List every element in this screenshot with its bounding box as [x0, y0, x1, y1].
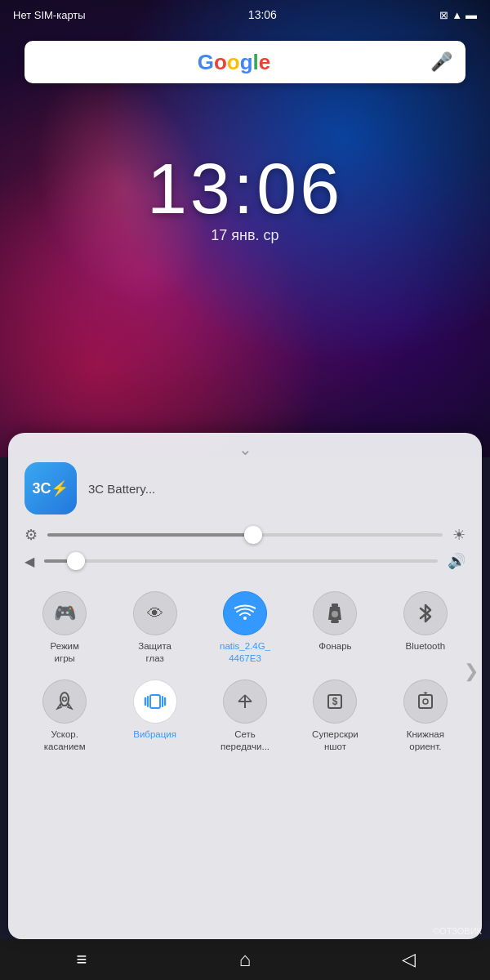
network-icon: [235, 692, 255, 711]
tile-screenshot-label: Суперскриншот: [312, 728, 359, 753]
tile-rocket-label: Ускор.касанием: [44, 728, 86, 753]
clock-time: 13:06: [0, 147, 490, 230]
bluetooth-icon: [417, 604, 434, 623]
svg-line-15: [245, 695, 252, 702]
tiles-row2: Ускор.касанием Вибрация: [20, 671, 470, 760]
brightness-fill: [47, 533, 253, 537]
google-logo: G o o g l e: [38, 50, 430, 75]
wifi-status-icon: ▲: [452, 9, 462, 21]
g-green: l: [253, 50, 259, 75]
tile-rocket-circle: [42, 679, 87, 724]
volume-row: ◀ 🔊: [8, 552, 482, 570]
tile-game-mode[interactable]: 🎮 Режимигры: [20, 583, 109, 671]
app-icon-text: 3C⚡: [32, 479, 69, 497]
svg-point-6: [63, 697, 67, 701]
status-no-sim: Нет SIM-карты: [13, 9, 86, 21]
nav-menu-button[interactable]: ≡: [57, 943, 106, 976]
drag-handle[interactable]: ⌄: [8, 433, 482, 462]
clock-date: 17 янв. ср: [0, 227, 490, 244]
tile-eye-protect-label: Защитаглаз: [138, 640, 172, 665]
tile-rotation-label: Книжнаяориент.: [407, 728, 444, 753]
tile-bluetooth-circle: [403, 591, 448, 635]
tile-network-circle: [223, 679, 267, 724]
tile-rotation[interactable]: Книжнаяориент.: [381, 671, 470, 760]
bottom-panel: ⌄ 3C⚡ 3C Battery... ⚙ ☀ ◀ 🔊 🎮: [8, 433, 482, 939]
search-bar[interactable]: G o o g l e 🎤: [24, 41, 466, 83]
tile-vibration-label: Вибрация: [133, 728, 176, 741]
app-name: 3C Battery...: [88, 482, 155, 496]
tile-flashlight-label: Фонарь: [318, 640, 351, 653]
back-icon: ◁: [402, 949, 416, 970]
g-blue: G: [198, 50, 214, 75]
svg-line-14: [238, 695, 245, 702]
home-icon: ⌂: [239, 948, 252, 971]
tiles-row1: 🎮 Режимигры 👁 Защитаглаз: [20, 583, 470, 671]
volume-track[interactable]: [44, 559, 438, 563]
tile-eye-protect[interactable]: 👁 Защитаглаз: [109, 583, 199, 671]
status-bar: Нет SIM-карты 13:06 ⊠ ▲ ▬: [0, 0, 490, 29]
svg-rect-3: [331, 620, 339, 623]
tile-bluetooth-label: Bluetooth: [406, 640, 446, 653]
g-blue2: g: [240, 50, 253, 75]
tile-wifi-label: natis_2.4G_4467E3: [220, 640, 270, 665]
drag-handle-icon: ⌄: [238, 441, 252, 457]
svg-point-5: [60, 693, 69, 706]
vibration-icon: [144, 692, 167, 711]
tile-flashlight[interactable]: Фонарь: [290, 583, 380, 671]
chevron-right[interactable]: ❯: [464, 661, 479, 682]
tiles-container: 🎮 Режимигры 👁 Защитаглаз: [8, 583, 482, 760]
battery-icon: ▬: [466, 8, 477, 21]
menu-icon: ≡: [77, 949, 87, 970]
status-time: 13:06: [248, 8, 277, 21]
svg-rect-18: [419, 695, 432, 708]
silent-icon: ⊠: [439, 9, 448, 21]
brightness-high-icon: ☀: [452, 526, 466, 544]
g-red2: e: [259, 50, 270, 75]
nav-home-button[interactable]: ⌂: [220, 943, 270, 976]
eye-protect-icon: 👁: [147, 604, 163, 623]
brightness-low-icon: ⚙: [24, 526, 38, 544]
nav-back-button[interactable]: ◁: [384, 943, 433, 976]
wifi-icon: [234, 604, 256, 622]
watermark: ©ОТЗОВИК: [433, 926, 482, 936]
brightness-row: ⚙ ☀: [8, 526, 482, 544]
volume-thumb[interactable]: [67, 552, 85, 570]
tile-vibration[interactable]: Вибрация: [109, 671, 199, 760]
mic-icon[interactable]: 🎤: [430, 51, 452, 73]
svg-point-19: [423, 699, 428, 704]
flashlight-icon: [326, 604, 344, 623]
tile-game-mode-label: Режимигры: [50, 640, 78, 665]
tile-eye-protect-circle: 👁: [133, 591, 177, 635]
app-row: 3C⚡ 3C Battery...: [8, 462, 482, 526]
svg-text:$: $: [332, 696, 338, 707]
rocket-icon: [55, 691, 74, 712]
tile-flashlight-circle: [313, 591, 357, 635]
nav-bar: ≡ ⌂ ◁: [0, 939, 490, 980]
clock-display: 13:06 17 янв. ср: [0, 147, 490, 244]
tile-network-label: Сетьпередачи...: [220, 728, 270, 753]
svg-point-0: [243, 617, 247, 620]
svg-point-4: [332, 611, 338, 617]
volume-low-icon: ◀: [24, 554, 34, 569]
tile-game-mode-circle: 🎮: [42, 591, 87, 635]
svg-rect-7: [150, 695, 160, 708]
g-red: o: [214, 50, 227, 75]
tile-bluetooth[interactable]: Bluetooth: [381, 583, 470, 671]
screenshot-icon: $: [325, 692, 345, 711]
tile-rotation-circle: [403, 679, 448, 724]
svg-rect-1: [332, 604, 338, 607]
g-yellow: o: [227, 50, 240, 75]
tile-screenshot[interactable]: $ Суперскриншот: [290, 671, 380, 760]
status-icons: ⊠ ▲ ▬: [439, 8, 477, 21]
tile-rocket[interactable]: Ускор.касанием: [20, 671, 109, 760]
tile-wifi-circle: [223, 591, 267, 635]
app-icon[interactable]: 3C⚡: [24, 462, 77, 514]
tile-vibration-circle: [133, 679, 177, 724]
tile-network[interactable]: Сетьпередачи...: [200, 671, 290, 760]
tile-wifi[interactable]: natis_2.4G_4467E3: [200, 583, 290, 671]
brightness-thumb[interactable]: [244, 526, 262, 544]
volume-high-icon: 🔊: [448, 552, 466, 570]
brightness-track[interactable]: [47, 533, 443, 537]
rotation-icon: [415, 691, 436, 712]
tile-screenshot-circle: $: [313, 679, 357, 724]
